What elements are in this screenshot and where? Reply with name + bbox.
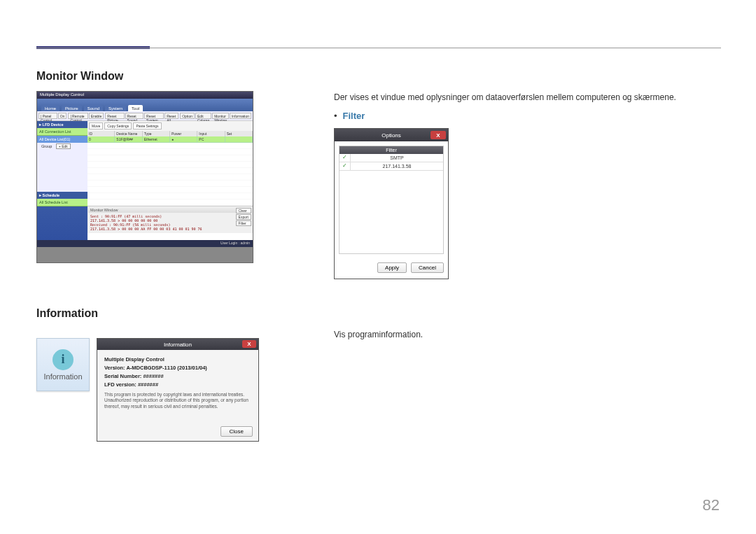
cell-set	[225, 136, 253, 143]
mdc-footer: User Login : admin	[37, 240, 253, 247]
monitor-panel: Monitor Window Sent : 90:91:FF (47 milli…	[88, 206, 253, 233]
cell-id: 0	[88, 136, 115, 143]
filter-label: Filter	[343, 111, 365, 121]
mdc-tabs: Home Picture Sound System Tool	[37, 99, 253, 111]
cancel-button[interactable]: Cancel	[411, 262, 444, 273]
information-row: i Information Information X Multiple Dis…	[36, 328, 721, 442]
cell-type: Ethernet	[143, 136, 170, 143]
filter-dialog-title: Options X	[335, 129, 448, 141]
information-toolbar-icon[interactable]: i Information	[36, 338, 90, 391]
reset-sound-button[interactable]: Reset Sound	[125, 113, 144, 119]
mdc-window-title: Multiple Display Control	[37, 92, 253, 99]
info-dialog-title: Information X	[97, 339, 258, 350]
filter-col-header: Filter	[340, 146, 443, 154]
tab-system[interactable]: System	[105, 105, 126, 111]
filter-val-1: SMTP	[351, 154, 443, 162]
tab-sound[interactable]: Sound	[84, 105, 103, 111]
filter-table: Filter ✓ SMTP ✓ 217.141.3.58	[339, 146, 444, 254]
filter-dialog: Options X Filter ✓ SMTP ✓ 217.141.3.58	[334, 128, 449, 279]
cell-input: PC	[197, 136, 225, 143]
filter-row-2[interactable]: ✓ 217.141.3.58	[340, 162, 443, 171]
filter-val-2: 217.141.3.58	[351, 162, 443, 170]
sidebar-all-connection[interactable]: All Connection List	[37, 128, 88, 136]
check-icon[interactable]: ✓	[340, 162, 351, 170]
grid-empty	[88, 143, 253, 206]
info-row: i Information Information X Multiple Dis…	[36, 338, 313, 442]
info-lfd-version: LFD version: #######	[104, 381, 251, 389]
monitor-window-heading: Monitor Window	[36, 70, 721, 83]
reset-picture-button[interactable]: Reset Picture	[105, 113, 124, 119]
info-close-button[interactable]: Close	[220, 426, 253, 437]
filter-button[interactable]: Filter	[236, 220, 251, 226]
sidebar-group: Group + Edit	[37, 143, 88, 150]
remote-control-group: | Remote Control Enable	[68, 113, 104, 119]
info-program-name: Multiple Display Control	[104, 356, 251, 364]
paste-settings-button[interactable]: Paste Settings	[133, 122, 161, 129]
move-button[interactable]: Move	[89, 122, 103, 129]
filter-row-1[interactable]: ✓ SMTP	[340, 154, 443, 162]
filter-empty	[340, 171, 443, 253]
export-button[interactable]: Export	[236, 214, 251, 220]
panel-control-label: | Panel Control	[38, 113, 57, 119]
sidebar-schedule[interactable]: ▸ Schedule	[37, 192, 88, 199]
info-title-text: Information	[164, 342, 192, 348]
close-icon[interactable]: X	[430, 131, 446, 139]
page-number: 82	[703, 496, 720, 514]
information-desc: Vis programinformation.	[334, 328, 721, 341]
left-col-1: Multiple Display Control Home Picture So…	[36, 91, 313, 279]
col-power: Power	[170, 131, 197, 136]
info-icon: i	[52, 349, 74, 370]
grid-row[interactable]: 0 S1F@R## Ethernet ● PC	[88, 136, 253, 143]
info-body: Multiple Display Control Version: A-MDCB…	[97, 350, 258, 415]
right-col-1: Der vises et vindue med oplysninger om d…	[334, 91, 721, 279]
col-device-name: Device Name	[115, 131, 142, 136]
info-icon-label: Information	[43, 372, 82, 381]
mdc-screenshot: Multiple Display Control Home Picture So…	[36, 91, 253, 263]
apply-button[interactable]: Apply	[377, 262, 407, 273]
panel-control-value[interactable]: On	[58, 113, 67, 119]
info-serial: Serial Number: #######	[104, 372, 251, 381]
cell-device-name: S1F@R##	[115, 136, 142, 143]
check-icon[interactable]: ✓	[340, 154, 351, 162]
copy-settings-button[interactable]: Copy Settings	[104, 122, 132, 129]
mdc-body: ▸ LFD Device All Connection List All Dev…	[37, 121, 253, 240]
bullet-dot-icon: •	[334, 111, 337, 121]
tab-picture[interactable]: Picture	[62, 105, 82, 111]
col-set: Set	[225, 131, 253, 136]
close-icon[interactable]: X	[242, 340, 256, 348]
info-copyright-text: This program is protected by copyright l…	[104, 392, 251, 409]
monitor-panel-title: Monitor Window	[88, 207, 252, 213]
information-dialog: Information X Multiple Display Control V…	[97, 338, 259, 442]
left-col-2: i Information Information X Multiple Dis…	[36, 328, 313, 442]
monitor-buttons: Clear Export Filter	[236, 208, 251, 226]
monitor-window-button[interactable]: Monitor Window	[212, 113, 229, 119]
information-button[interactable]: Information	[230, 113, 251, 119]
right-col-2: Vis programinformation.	[334, 328, 721, 442]
sidebar-all-schedule[interactable]: All Schedule List	[37, 199, 88, 206]
sidebar-lfd[interactable]: ▸ LFD Device	[37, 121, 88, 128]
monitor-log: Sent : 90:91:FF (47 milli seconds) 217.1…	[88, 213, 252, 232]
reset-all-button[interactable]: Reset All	[164, 113, 178, 119]
remote-control-value[interactable]: Enable	[89, 113, 104, 119]
option-button[interactable]: Option	[180, 113, 195, 119]
edit-column-button[interactable]: Edit Column	[195, 113, 211, 119]
mdc-main: Move Copy Settings Paste Settings ID Dev…	[88, 121, 253, 240]
mdc-ribbon: | Panel Control On | Remote Control Enab…	[37, 111, 253, 121]
reset-system-button[interactable]: Reset System	[144, 113, 164, 119]
clear-button[interactable]: Clear	[236, 208, 251, 213]
tool-group: Option Edit Column Monitor Window Inform…	[180, 113, 251, 119]
col-input: Input	[197, 131, 225, 136]
filter-body: Filter ✓ SMTP ✓ 217.141.3.58	[335, 141, 448, 258]
tab-tool[interactable]: Tool	[128, 105, 143, 111]
col-type: Type	[143, 131, 170, 136]
monitor-window-row: Multiple Display Control Home Picture So…	[36, 91, 721, 279]
sidebar-all-device[interactable]: All Device List(01)	[37, 136, 88, 143]
information-heading: Information	[36, 307, 721, 320]
tab-home[interactable]: Home	[41, 105, 59, 111]
reset-group: Reset Picture Reset Sound Reset System R…	[105, 113, 178, 119]
monitor-window-desc: Der vises et vindue med oplysninger om d…	[334, 91, 721, 104]
sidebar-edit-button[interactable]: + Edit	[56, 143, 71, 149]
col-id: ID	[88, 131, 115, 136]
grid-header: ID Device Name Type Power Input Set	[88, 131, 253, 136]
info-version: Version: A-MDCBGDSP-1110 (2013/01/04)	[104, 364, 251, 372]
